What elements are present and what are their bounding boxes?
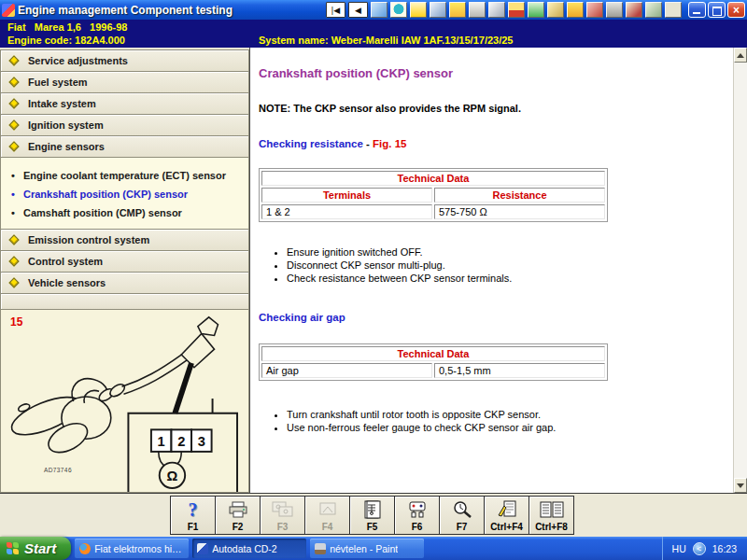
taskbar: Start Fiat elektromos hiba - ... Autodat… [0,537,747,560]
note-text: NOTE: The CKP sensor also provides the R… [259,103,733,114]
toolbar-car-icon[interactable] [410,2,427,18]
minimize-icon[interactable] [688,2,706,18]
submenu-item-ect-sensor[interactable]: Engine coolant temperature (ECT) sensor [1,166,248,185]
diamond-icon [8,119,19,130]
function-key-bar: ? F1 F2 F3 F4 F5 [0,493,747,537]
help-icon: ? [189,499,198,520]
fig-15-link[interactable]: Fig. 15 [373,138,406,149]
sidebar-item-control-system[interactable]: Control system [0,250,249,273]
firefox-icon [79,543,91,554]
air-gap-table: Technical Data Air gap 0,5-1,5 mm [259,343,608,381]
air-gap-value: 0,5-1,5 mm [434,363,605,378]
diamond-open-icon [8,141,19,151]
terminals-value: 1 & 2 [261,204,432,219]
diamond-icon [8,98,19,108]
col-resistance: Resistance [434,188,605,203]
close-icon[interactable]: × [727,2,745,18]
sidebar-item-service-adjustments[interactable]: Service adjustments [0,49,249,72]
taskbar-item-autodata[interactable]: Autodata CD-2 [192,539,306,558]
toolbar-brake-icon[interactable] [508,2,525,18]
restore-icon[interactable] [708,2,726,18]
illustration2-icon [317,499,339,520]
ctrl-f8-data-list-button[interactable]: Ctrl+F8 [529,496,574,535]
sidebar: Service adjustments Fuel system Intake s… [0,48,250,493]
diamond-icon [8,77,19,87]
ohm-symbol: Ω [167,469,178,483]
air-gap-steps: Turn crankshaft until rotor tooth is opp… [287,409,733,433]
step: Disconnect CKP sensor multi-plug. [287,259,733,271]
ckp-sensor-figure: 1 2 3 Ω [1,310,248,492]
sidebar-item-intake-system[interactable]: Intake system [0,92,249,115]
illustration-icon [272,499,294,520]
air-gap-label: Air gap [261,363,432,378]
start-button[interactable]: Start [0,537,71,560]
page-title: Crankshaft position (CKP) sensor [259,66,733,80]
table-title: Technical Data [261,346,605,361]
sidebar-empty-slot [0,293,249,310]
resistance-table: Technical Data Terminals Resistance 1 & … [259,168,608,222]
diamond-icon [8,55,19,65]
system-tray: HU < 16:23 [662,537,747,560]
engine-code: Engine code: 182A4.000 [7,35,250,46]
scroll-down-icon[interactable] [734,478,747,493]
toolbar-lift-icon[interactable] [528,2,544,18]
search-icon [452,499,472,520]
col-terminals: Terminals [261,188,432,203]
content-scrollbar[interactable] [733,48,747,493]
f5-wiring-diagram-button[interactable]: F5 [349,496,395,535]
component-connector-icon [406,499,429,520]
toolbar-airbag-icon[interactable] [626,2,642,18]
toolbar-car-outline-icon[interactable] [645,2,662,18]
paint-icon [315,543,326,554]
skip-back-icon[interactable]: |◀ [326,2,345,18]
sidebar-item-ignition-system[interactable]: Ignition system [0,114,249,136]
taskbar-item-firefox[interactable]: Fiat elektromos hiba - ... [75,539,189,558]
back-icon[interactable]: ◀ [348,2,368,18]
clock[interactable]: 16:23 [712,543,737,554]
print-icon [228,499,248,520]
sidebar-item-engine-sensors[interactable]: Engine sensors [0,135,249,158]
toolbar-meter-icon[interactable] [488,2,505,18]
submenu-item-cmp-sensor[interactable]: Camshaft position (CMP) sensor [1,203,248,222]
submenu-item-ckp-sensor[interactable]: Crankshaft position (CKP) sensor [1,185,248,203]
f7-search-button[interactable]: F7 [439,496,485,535]
toolbar-image-icon[interactable] [371,2,388,18]
engine-sensors-submenu: Engine coolant temperature (ECT) sensor … [0,157,249,230]
f2-print-button[interactable]: F2 [215,496,261,535]
terminal-3-label: 3 [198,434,205,449]
scroll-up-icon[interactable] [734,48,747,63]
table-title: Technical Data [261,171,605,186]
step: Use non-ferrous feeler gauge to check CK… [287,422,733,433]
step: Ensure ignition switched OFF. [287,246,733,258]
sidebar-item-vehicle-sensors[interactable]: Vehicle sensors [0,272,249,294]
step: Turn crankshaft until rotor tooth is opp… [287,409,733,420]
toolbar-technician-icon[interactable] [430,2,446,18]
resistance-steps: Ensure ignition switched OFF. Disconnect… [287,246,733,284]
f1-help-button[interactable]: ? F1 [170,496,216,535]
toolbar-gear-icon[interactable] [606,2,623,18]
checking-air-gap-heading: Checking air gap [259,312,733,323]
diamond-icon [8,277,19,287]
taskbar-item-paint[interactable]: névtelen - Paint [310,539,424,558]
f4-illustration2-button: F4 [304,496,350,535]
toolbar-car-gray-icon[interactable] [469,2,486,18]
f3-illustration-button: F3 [260,496,305,535]
ctrl-f4-notes-button[interactable]: Ctrl+F4 [484,496,529,535]
notes-icon [497,499,517,520]
toolbar-car-tool-icon[interactable] [547,2,564,18]
f6-component-button[interactable]: F6 [394,496,440,535]
sidebar-item-emission-control[interactable]: Emission control system [0,229,249,251]
autodata-icon [197,543,208,554]
document-content: Crankshaft position (CKP) sensor NOTE: T… [250,48,733,493]
toolbar-gauge-icon[interactable] [390,2,407,18]
language-indicator[interactable]: HU [672,543,686,554]
figure-ref-code: AD73746 [44,467,72,473]
toolbar-component-icon[interactable] [665,2,682,18]
sidebar-item-fuel-system[interactable]: Fuel system [0,71,249,93]
window-title: Engine management Component testing [18,4,233,17]
toolbar-seat-icon[interactable] [586,2,603,18]
toolbar-key-icon[interactable] [449,2,466,18]
toolbar-help-icon[interactable] [567,2,584,18]
hide-icons-icon[interactable]: < [693,542,706,555]
terminal-1-label: 1 [158,434,165,449]
